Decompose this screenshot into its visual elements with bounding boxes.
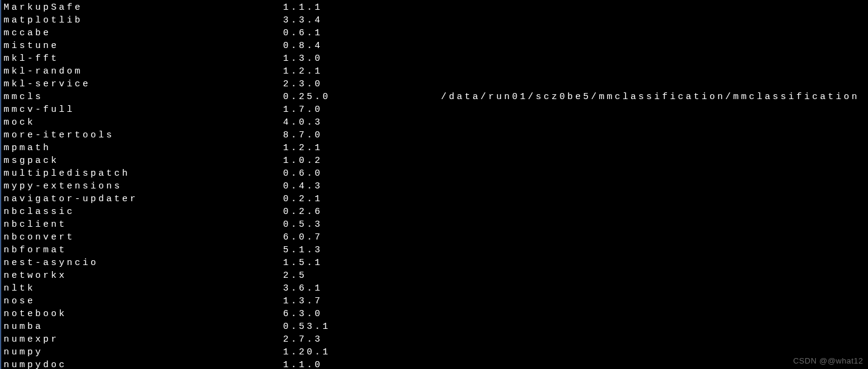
package-row: nltk3.6.1: [4, 282, 868, 295]
package-version: 1.3.0: [283, 52, 441, 65]
package-name: numpy: [4, 346, 283, 359]
package-version: 3.6.1: [283, 282, 441, 295]
package-name: mistune: [4, 40, 283, 52]
package-location: [441, 129, 868, 142]
package-row: notebook6.3.0: [4, 308, 868, 320]
package-row: nbclient0.5.3: [4, 218, 868, 231]
package-name: nbclassic: [4, 205, 283, 218]
package-version: 8.7.0: [283, 129, 441, 142]
package-version: 0.2.1: [283, 193, 441, 205]
package-name: numpydoc: [4, 359, 283, 369]
package-version: 6.3.0: [283, 308, 441, 320]
package-version: 0.5.3: [283, 218, 441, 231]
package-name: nbclient: [4, 218, 283, 231]
package-name: mmcls: [4, 91, 283, 103]
watermark-text: CSDN @@what12: [793, 356, 863, 365]
package-name: MarkupSafe: [4, 1, 283, 14]
package-location: [441, 154, 868, 167]
package-location: [441, 40, 868, 52]
package-name: nbconvert: [4, 231, 283, 244]
package-row: MarkupSafe1.1.1: [4, 1, 868, 14]
package-name: msgpack: [4, 154, 283, 167]
package-version: 0.6.1: [283, 27, 441, 40]
package-version: 3.3.4: [283, 14, 441, 27]
package-name: nest-asyncio: [4, 257, 283, 269]
package-location: [441, 320, 868, 333]
package-version: 1.5.1: [283, 257, 441, 269]
package-version: 0.25.0: [283, 91, 441, 103]
package-row: nbconvert6.0.7: [4, 231, 868, 244]
package-version: 1.20.1: [283, 346, 441, 359]
package-row: mkl-fft1.3.0: [4, 52, 868, 65]
package-row: navigator-updater0.2.1: [4, 193, 868, 205]
package-row: matplotlib3.3.4: [4, 14, 868, 27]
package-row: mccabe0.6.1: [4, 27, 868, 40]
package-row: numexpr2.7.3: [4, 333, 868, 346]
package-location: [441, 180, 868, 193]
package-row: numpydoc1.1.0: [4, 359, 868, 369]
package-version: 0.4.3: [283, 180, 441, 193]
package-version: 1.1.0: [283, 359, 441, 369]
package-version: 0.6.0: [283, 167, 441, 180]
package-version: 5.1.3: [283, 244, 441, 257]
package-location: [441, 205, 868, 218]
package-name: notebook: [4, 308, 283, 320]
package-location: [441, 27, 868, 40]
package-name: mkl-service: [4, 78, 283, 91]
package-row: mistune0.8.4: [4, 40, 868, 52]
package-name: mmcv-full: [4, 103, 283, 116]
package-location: [441, 167, 868, 180]
package-location: [441, 142, 868, 154]
package-name: nltk: [4, 282, 283, 295]
package-location: [441, 193, 868, 205]
package-version: 0.53.1: [283, 320, 441, 333]
package-row: mkl-service2.3.0: [4, 78, 868, 91]
package-version: 0.8.4: [283, 40, 441, 52]
package-row: mkl-random1.2.1: [4, 65, 868, 78]
package-name: mock: [4, 116, 283, 129]
package-row: mmcls0.25.0/data/run01/scz0be5/mmclassif…: [4, 91, 868, 103]
package-version: 1.2.1: [283, 65, 441, 78]
package-version: 1.1.1: [283, 1, 441, 14]
package-version: 0.2.6: [283, 205, 441, 218]
package-name: navigator-updater: [4, 193, 283, 205]
package-location: [441, 295, 868, 308]
package-location: [441, 218, 868, 231]
package-location: [441, 282, 868, 295]
package-name: mkl-random: [4, 65, 283, 78]
package-location: [441, 269, 868, 282]
package-row: nbformat5.1.3: [4, 244, 868, 257]
package-location: /data/run01/scz0be5/mmclassification/mmc…: [441, 91, 868, 103]
package-name: mpmath: [4, 142, 283, 154]
package-name: mccabe: [4, 27, 283, 40]
package-version: 1.2.1: [283, 142, 441, 154]
package-name: matplotlib: [4, 14, 283, 27]
package-location: [441, 231, 868, 244]
package-location: [441, 333, 868, 346]
package-location: [441, 244, 868, 257]
package-location: [441, 308, 868, 320]
terminal-output[interactable]: MarkupSafe1.1.1matplotlib3.3.4mccabe0.6.…: [1, 0, 868, 369]
package-version: 2.3.0: [283, 78, 441, 91]
package-version: 2.7.3: [283, 333, 441, 346]
package-version: 1.7.0: [283, 103, 441, 116]
package-row: mypy-extensions0.4.3: [4, 180, 868, 193]
package-version: 6.0.7: [283, 231, 441, 244]
package-location: [441, 1, 868, 14]
package-name: numexpr: [4, 333, 283, 346]
package-name: nbformat: [4, 244, 283, 257]
package-version: 2.5: [283, 269, 441, 282]
package-location: [441, 14, 868, 27]
package-row: networkx2.5: [4, 269, 868, 282]
package-name: mypy-extensions: [4, 180, 283, 193]
package-version: 1.0.2: [283, 154, 441, 167]
package-row: nose1.3.7: [4, 295, 868, 308]
package-row: msgpack1.0.2: [4, 154, 868, 167]
package-name: more-itertools: [4, 129, 283, 142]
package-version: 1.3.7: [283, 295, 441, 308]
package-name: numba: [4, 320, 283, 333]
package-location: [441, 257, 868, 269]
package-row: nest-asyncio1.5.1: [4, 257, 868, 269]
package-location: [441, 116, 868, 129]
package-name: multipledispatch: [4, 167, 283, 180]
